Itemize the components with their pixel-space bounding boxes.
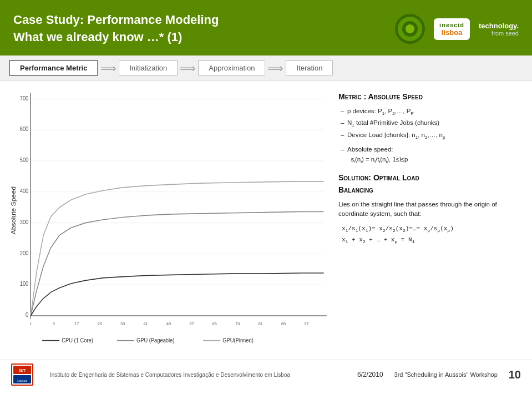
step-performance-metric[interactable]: Performance Metric: [9, 60, 98, 76]
svg-text:0: 0: [26, 312, 29, 318]
header-right: inescid lisboa technology. from seed: [395, 14, 519, 44]
chart-wrapper: Absolute Speed 700 600 500 400 300 200 1…: [8, 87, 330, 353]
formula-block: x1/s1(x1)= x2/s2(x2)=…= xp/sp(xp) x1 + x…: [338, 224, 521, 246]
metric-title: Metric : Absolute Speed: [338, 91, 521, 103]
arrow-1: ⟹: [98, 62, 119, 75]
footer-conference: 3rd "Scheduling in Aussois" Workshop: [394, 371, 498, 378]
svg-text:57: 57: [189, 321, 194, 326]
instituto-logo: IST Lisboa: [11, 363, 33, 386]
svg-text:73: 73: [235, 321, 240, 326]
svg-text:17: 17: [74, 321, 79, 326]
step-approximation[interactable]: Approximation: [198, 60, 265, 75]
main-content: Absolute Speed 700 600 500 400 300 200 1…: [0, 81, 532, 353]
header: Case Study: Performance Modeling What we…: [0, 0, 532, 55]
svg-text:400: 400: [20, 188, 29, 194]
header-title: Case Study: Performance Modeling What we…: [13, 12, 219, 46]
svg-text:CPU (1 Core): CPU (1 Core): [62, 337, 93, 344]
footer-institute: Instituto de Engenharia de Sistemas e Co…: [50, 372, 290, 378]
metric-item-4: Absolute speed: si(ni) = ni/ti(ni), 1≤i≤…: [341, 145, 521, 166]
chart-area: Absolute Speed 700 600 500 400 300 200 1…: [8, 87, 330, 353]
svg-text:600: 600: [20, 126, 29, 132]
svg-text:1: 1: [29, 321, 32, 326]
metric-list: p devices: P1, P2,…, PP N1 total #Primit…: [338, 107, 521, 166]
svg-text:81: 81: [259, 321, 263, 326]
formula-2: x1 + x2 + … + xp = N1: [342, 235, 521, 246]
step-initialization[interactable]: Initialization: [119, 60, 178, 75]
svg-text:IST: IST: [19, 368, 26, 373]
metric-item-1: p devices: P1, P2,…, PP: [341, 107, 521, 118]
svg-text:GPU(Pinned): GPU(Pinned): [222, 337, 253, 344]
svg-text:97: 97: [305, 321, 309, 326]
svg-text:300: 300: [20, 219, 29, 225]
steps-bar: Performance Metric ⟹ Initialization ⟹ Ap…: [0, 55, 532, 81]
formula-1: x1/s1(x1)= x2/s2(x2)=…= xp/sp(xp): [342, 224, 521, 235]
footer-page: 10: [509, 368, 521, 381]
metric-item-2: N1 total #Primitive Jobs (chunks): [341, 118, 521, 129]
svg-text:49: 49: [166, 321, 171, 326]
svg-text:Lisboa: Lisboa: [17, 379, 27, 382]
svg-point-2: [406, 24, 414, 33]
svg-text:100: 100: [20, 281, 29, 287]
footer-left: IST Lisboa Instituto de Engenharia de Si…: [11, 363, 301, 386]
logo-inesc: inescid lisboa: [434, 18, 470, 40]
footer-date: 6/2/2010: [357, 371, 383, 378]
logo-tech: technology. from seed: [479, 22, 519, 37]
svg-text:65: 65: [212, 321, 217, 326]
svg-text:GPU (Pageable): GPU (Pageable): [136, 337, 174, 344]
metric-item-3: Device Load [chunks]: n1, n2,…, np: [341, 130, 521, 142]
arrow-3: ⟹: [265, 62, 286, 75]
svg-text:9: 9: [53, 321, 55, 326]
step-iteration[interactable]: Iteration: [286, 60, 333, 75]
svg-text:33: 33: [120, 321, 125, 326]
svg-text:700: 700: [20, 95, 29, 101]
solution-desc: Lies on the straight line that passes th…: [338, 200, 521, 220]
right-panel: Metric : Absolute Speed p devices: P1, P…: [335, 87, 524, 353]
svg-text:200: 200: [20, 250, 29, 256]
svg-text:89: 89: [281, 321, 286, 326]
arrow-2: ⟹: [178, 62, 198, 75]
footer: IST Lisboa Instituto de Engenharia de Si…: [0, 360, 532, 389]
svg-text:41: 41: [144, 321, 148, 326]
solution-title: Solution: Optimal LoadBalancing: [338, 172, 521, 196]
svg-text:25: 25: [98, 321, 102, 326]
chart-svg: Absolute Speed 700 600 500 400 300 200 1…: [8, 87, 330, 353]
svg-text:Absolute Speed: Absolute Speed: [10, 186, 17, 235]
svg-text:500: 500: [20, 157, 29, 163]
